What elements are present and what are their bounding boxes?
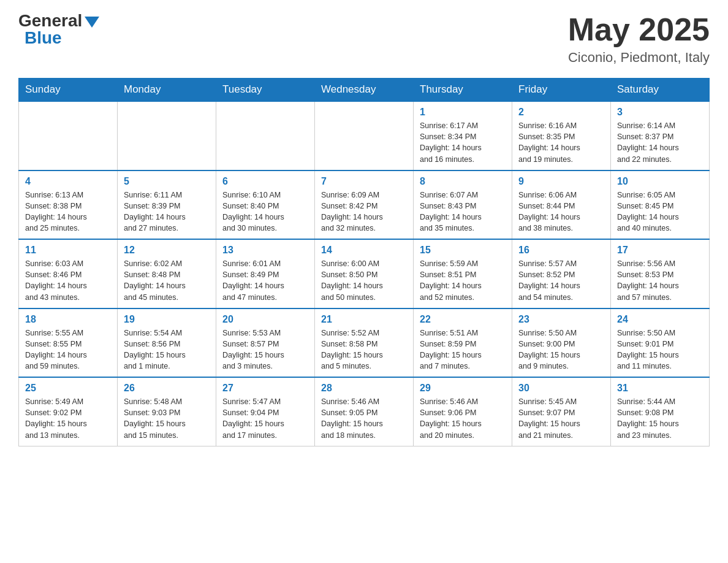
day-number: 25 [25,383,111,394]
week-row-5: 25Sunrise: 5:49 AM Sunset: 9:02 PM Dayli… [19,377,710,446]
logo-general-text: General [18,12,82,29]
day-info: Sunrise: 6:03 AM Sunset: 8:46 PM Dayligh… [25,258,111,303]
day-info: Sunrise: 5:50 AM Sunset: 9:01 PM Dayligh… [617,327,703,372]
calendar-cell: 14Sunrise: 6:00 AM Sunset: 8:50 PM Dayli… [315,239,414,308]
week-row-4: 18Sunrise: 5:55 AM Sunset: 8:55 PM Dayli… [19,308,710,378]
day-number: 19 [124,314,210,325]
month-title: May 2025 [568,12,710,47]
calendar-cell: 10Sunrise: 6:05 AM Sunset: 8:45 PM Dayli… [611,170,710,240]
logo: General Blue [18,12,99,47]
day-number: 24 [617,314,703,325]
day-number: 29 [420,383,506,394]
week-row-3: 11Sunrise: 6:03 AM Sunset: 8:46 PM Dayli… [19,239,710,308]
day-info: Sunrise: 6:02 AM Sunset: 8:48 PM Dayligh… [124,258,210,303]
col-header-thursday: Thursday [414,79,512,102]
day-info: Sunrise: 6:00 AM Sunset: 8:50 PM Dayligh… [321,258,407,303]
calendar-cell [216,101,315,170]
calendar-cell: 27Sunrise: 5:47 AM Sunset: 9:04 PM Dayli… [216,377,315,446]
day-number: 13 [222,245,308,256]
day-number: 2 [518,107,604,118]
location-text: Ciconio, Piedmont, Italy [568,50,710,66]
day-number: 15 [420,245,506,256]
day-info: Sunrise: 5:50 AM Sunset: 9:00 PM Dayligh… [518,327,604,372]
day-info: Sunrise: 6:07 AM Sunset: 8:43 PM Dayligh… [420,190,506,234]
calendar-cell [315,101,414,170]
title-block: May 2025 Ciconio, Piedmont, Italy [568,12,710,66]
day-info: Sunrise: 5:59 AM Sunset: 8:51 PM Dayligh… [420,258,506,303]
day-number: 26 [124,383,210,394]
day-info: Sunrise: 5:48 AM Sunset: 9:03 PM Dayligh… [124,396,210,441]
day-info: Sunrise: 5:56 AM Sunset: 8:53 PM Dayligh… [617,258,703,303]
calendar-cell: 30Sunrise: 5:45 AM Sunset: 9:07 PM Dayli… [512,377,611,446]
logo-blue-text: Blue [25,29,62,47]
day-number: 4 [25,176,111,187]
day-number: 22 [420,314,506,325]
day-info: Sunrise: 5:46 AM Sunset: 9:06 PM Dayligh… [420,396,506,441]
day-number: 3 [617,107,703,118]
day-info: Sunrise: 6:17 AM Sunset: 8:34 PM Dayligh… [420,120,506,165]
calendar-cell: 5Sunrise: 6:11 AM Sunset: 8:39 PM Daylig… [118,170,216,240]
day-info: Sunrise: 5:55 AM Sunset: 8:55 PM Dayligh… [25,327,111,372]
calendar-cell: 7Sunrise: 6:09 AM Sunset: 8:42 PM Daylig… [315,170,414,240]
calendar-cell: 15Sunrise: 5:59 AM Sunset: 8:51 PM Dayli… [414,239,512,308]
day-info: Sunrise: 5:53 AM Sunset: 8:57 PM Dayligh… [222,327,308,372]
col-header-sunday: Sunday [19,79,118,102]
calendar-cell: 19Sunrise: 5:54 AM Sunset: 8:56 PM Dayli… [118,308,216,378]
day-info: Sunrise: 6:01 AM Sunset: 8:49 PM Dayligh… [222,258,308,303]
day-info: Sunrise: 5:54 AM Sunset: 8:56 PM Dayligh… [124,327,210,372]
day-info: Sunrise: 5:45 AM Sunset: 9:07 PM Dayligh… [518,396,604,441]
calendar-cell: 18Sunrise: 5:55 AM Sunset: 8:55 PM Dayli… [19,308,118,378]
calendar-cell: 23Sunrise: 5:50 AM Sunset: 9:00 PM Dayli… [512,308,611,378]
calendar-cell: 12Sunrise: 6:02 AM Sunset: 8:48 PM Dayli… [118,239,216,308]
day-info: Sunrise: 6:10 AM Sunset: 8:40 PM Dayligh… [222,190,308,234]
day-number: 12 [124,245,210,256]
day-number: 11 [25,245,111,256]
calendar-cell: 11Sunrise: 6:03 AM Sunset: 8:46 PM Dayli… [19,239,118,308]
calendar-cell: 4Sunrise: 6:13 AM Sunset: 8:38 PM Daylig… [19,170,118,240]
col-header-wednesday: Wednesday [315,79,414,102]
day-info: Sunrise: 5:44 AM Sunset: 9:08 PM Dayligh… [617,396,703,441]
day-number: 14 [321,245,407,256]
day-number: 1 [420,107,506,118]
calendar-cell: 26Sunrise: 5:48 AM Sunset: 9:03 PM Dayli… [118,377,216,446]
calendar-cell: 25Sunrise: 5:49 AM Sunset: 9:02 PM Dayli… [19,377,118,446]
day-info: Sunrise: 5:46 AM Sunset: 9:05 PM Dayligh… [321,396,407,441]
calendar-cell: 13Sunrise: 6:01 AM Sunset: 8:49 PM Dayli… [216,239,315,308]
day-number: 17 [617,245,703,256]
calendar-cell: 22Sunrise: 5:51 AM Sunset: 8:59 PM Dayli… [414,308,512,378]
day-number: 21 [321,314,407,325]
col-header-friday: Friday [512,79,611,102]
calendar-cell: 3Sunrise: 6:14 AM Sunset: 8:37 PM Daylig… [611,101,710,170]
col-header-tuesday: Tuesday [216,79,315,102]
calendar-cell: 31Sunrise: 5:44 AM Sunset: 9:08 PM Dayli… [611,377,710,446]
day-number: 28 [321,383,407,394]
day-number: 6 [222,176,308,187]
day-info: Sunrise: 5:49 AM Sunset: 9:02 PM Dayligh… [25,396,111,441]
day-info: Sunrise: 6:13 AM Sunset: 8:38 PM Dayligh… [25,190,111,234]
col-header-monday: Monday [118,79,216,102]
calendar-cell: 28Sunrise: 5:46 AM Sunset: 9:05 PM Dayli… [315,377,414,446]
day-number: 20 [222,314,308,325]
day-number: 5 [124,176,210,187]
day-info: Sunrise: 6:09 AM Sunset: 8:42 PM Dayligh… [321,190,407,234]
day-info: Sunrise: 6:11 AM Sunset: 8:39 PM Dayligh… [124,190,210,234]
logo-triangle-icon [85,17,99,28]
day-number: 30 [518,383,604,394]
calendar-cell: 2Sunrise: 6:16 AM Sunset: 8:35 PM Daylig… [512,101,611,170]
day-info: Sunrise: 6:16 AM Sunset: 8:35 PM Dayligh… [518,120,604,165]
day-info: Sunrise: 5:47 AM Sunset: 9:04 PM Dayligh… [222,396,308,441]
calendar-cell: 6Sunrise: 6:10 AM Sunset: 8:40 PM Daylig… [216,170,315,240]
col-header-saturday: Saturday [611,79,710,102]
day-number: 18 [25,314,111,325]
day-number: 7 [321,176,407,187]
calendar-cell: 1Sunrise: 6:17 AM Sunset: 8:34 PM Daylig… [414,101,512,170]
day-info: Sunrise: 6:06 AM Sunset: 8:44 PM Dayligh… [518,190,604,234]
calendar-cell: 16Sunrise: 5:57 AM Sunset: 8:52 PM Dayli… [512,239,611,308]
day-info: Sunrise: 5:52 AM Sunset: 8:58 PM Dayligh… [321,327,407,372]
day-number: 8 [420,176,506,187]
day-info: Sunrise: 5:51 AM Sunset: 8:59 PM Dayligh… [420,327,506,372]
day-number: 10 [617,176,703,187]
page-header: General Blue May 2025 Ciconio, Piedmont,… [18,12,710,66]
calendar-table: SundayMondayTuesdayWednesdayThursdayFrid… [18,78,710,446]
day-number: 23 [518,314,604,325]
